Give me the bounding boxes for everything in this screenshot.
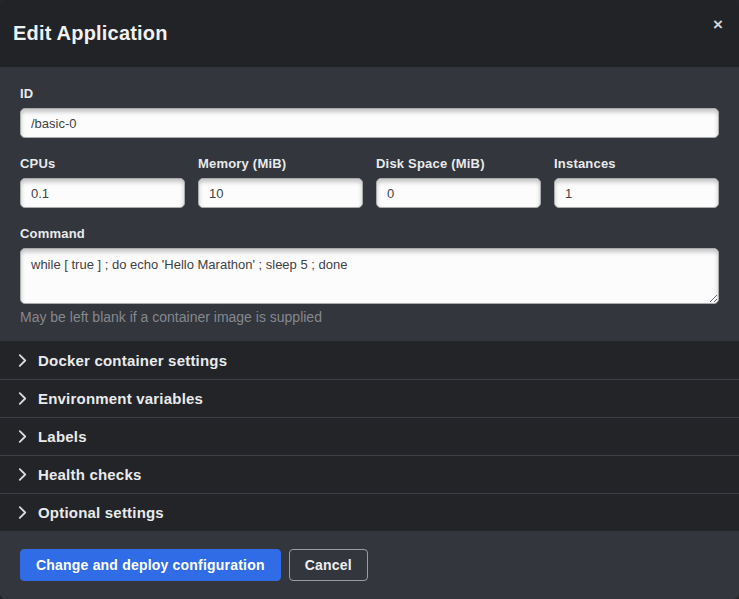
modal-footer: Change and deploy configuration Cancel <box>0 531 739 599</box>
id-label: ID <box>20 86 719 101</box>
disk-input[interactable] <box>376 178 541 208</box>
section-optional-settings[interactable]: Optional settings <box>0 493 739 531</box>
id-field-group: ID <box>20 86 719 138</box>
section-health-checks[interactable]: Health checks <box>0 455 739 493</box>
modal-title: Edit Application <box>13 22 168 45</box>
command-label: Command <box>20 226 719 241</box>
section-docker-container-settings[interactable]: Docker container settings <box>0 341 739 379</box>
memory-field-group: Memory (MiB) <box>198 156 363 208</box>
memory-label: Memory (MiB) <box>198 156 363 171</box>
instances-field-group: Instances <box>554 156 719 208</box>
command-field-group: Command while [ true ] ; do echo 'Hello … <box>20 226 719 325</box>
disk-label: Disk Space (MiB) <box>376 156 541 171</box>
section-label: Optional settings <box>38 504 164 521</box>
instances-input[interactable] <box>554 178 719 208</box>
change-and-deploy-button[interactable]: Change and deploy configuration <box>20 549 281 581</box>
instances-label: Instances <box>554 156 719 171</box>
section-label: Docker container settings <box>38 352 227 369</box>
command-help-text: May be left blank if a container image i… <box>20 309 719 325</box>
close-icon[interactable]: × <box>713 16 723 33</box>
chevron-right-icon <box>18 354 27 367</box>
cpus-field-group: CPUs <box>20 156 185 208</box>
chevron-right-icon <box>18 392 27 405</box>
resources-field-row: CPUs Memory (MiB) Disk Space (MiB) Insta… <box>20 156 719 208</box>
section-label: Environment variables <box>38 390 203 407</box>
command-textarea[interactable]: while [ true ] ; do echo 'Hello Marathon… <box>20 248 719 304</box>
section-environment-variables[interactable]: Environment variables <box>0 379 739 417</box>
cpus-input[interactable] <box>20 178 185 208</box>
chevron-right-icon <box>18 430 27 443</box>
chevron-right-icon <box>18 468 27 481</box>
section-labels[interactable]: Labels <box>0 417 739 455</box>
accordion-sections: Docker container settings Environment va… <box>0 341 739 531</box>
memory-input[interactable] <box>198 178 363 208</box>
cancel-button[interactable]: Cancel <box>289 549 368 581</box>
section-label: Labels <box>38 428 87 445</box>
cpus-label: CPUs <box>20 156 185 171</box>
edit-application-modal: Edit Application × ID CPUs Memory (MiB) … <box>0 0 739 599</box>
edit-application-form: ID CPUs Memory (MiB) Disk Space (MiB) In… <box>0 67 739 341</box>
section-label: Health checks <box>38 466 141 483</box>
id-input[interactable] <box>20 108 719 138</box>
modal-header: Edit Application × <box>0 0 739 67</box>
chevron-right-icon <box>18 506 27 519</box>
disk-field-group: Disk Space (MiB) <box>376 156 541 208</box>
